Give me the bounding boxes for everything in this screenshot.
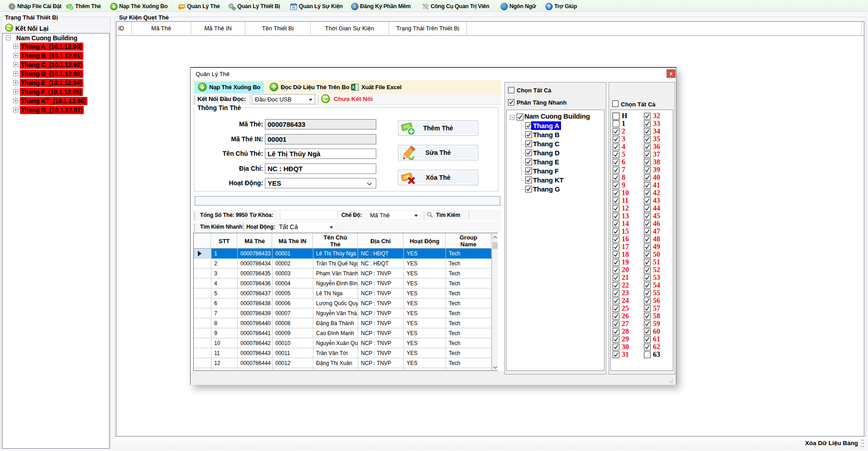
svg-text:31: 31 bbox=[292, 5, 296, 10]
svg-text:?: ? bbox=[547, 4, 551, 9]
